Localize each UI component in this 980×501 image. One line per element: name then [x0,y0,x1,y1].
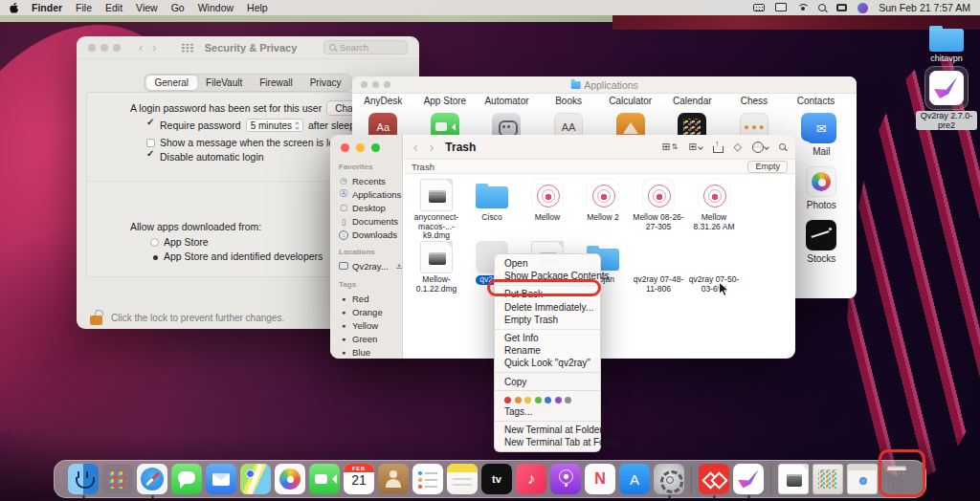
app-item[interactable]: Stocks [806,220,836,264]
tag-color-dot[interactable] [504,397,511,403]
menu-item[interactable]: Help [247,2,268,13]
sidebar-tag-item[interactable]: Orange [339,305,402,318]
file-item[interactable]: Mellow-0.1.22.dmg [409,241,464,294]
dock-item[interactable] [378,464,409,494]
menu-item[interactable]: File [76,2,92,13]
dock-item[interactable] [699,464,729,494]
tab[interactable]: FileVault [197,76,251,90]
status-icon[interactable] [858,3,868,13]
sidebar-item[interactable]: Applications [339,187,402,201]
context-menu-item[interactable]: Open [495,257,600,270]
more-actions-icon[interactable]: ··· [752,142,768,153]
tag-color-dot[interactable] [524,397,531,403]
active-app-menu[interactable]: Finder [32,2,62,13]
unlocked-padlock-icon[interactable] [90,310,103,325]
zoom-button[interactable] [371,143,380,152]
close-button[interactable] [341,143,349,152]
desktop-icon-qv2ray[interactable]: Qv2ray 2.7.0-pre2 [916,67,977,130]
dock-item[interactable] [171,464,202,494]
context-menu-item[interactable]: Get Info [495,332,600,344]
file-item[interactable]: Mellow 8.31.26 AM [686,179,742,241]
eject-icon[interactable]: ▲ [396,263,402,270]
status-icon[interactable] [777,5,787,11]
dock-item[interactable] [68,464,99,494]
dock-item[interactable] [240,464,271,494]
dock-item[interactable] [778,464,809,494]
search-field[interactable]: Search [323,40,408,54]
dock-item[interactable] [412,464,443,494]
dock-item[interactable] [481,464,512,494]
context-menu-item[interactable]: Copy [495,376,600,388]
require-password-checkbox[interactable] [146,121,155,130]
menu-item[interactable]: Edit [105,2,122,13]
dock-item[interactable] [654,464,684,494]
minimize-button[interactable] [356,143,365,152]
close-button[interactable] [88,44,96,52]
app-item[interactable]: Mail [806,113,836,157]
menu-bar-clock[interactable]: Sun Feb 21 7:57 AM [879,2,970,13]
sidebar-item[interactable]: Recents [339,174,402,187]
share-icon[interactable] [713,142,724,153]
tag-color-dot[interactable] [565,397,571,403]
context-menu-item[interactable]: Rename [495,344,600,357]
status-icon[interactable] [797,4,808,12]
app-store-radio[interactable] [150,238,159,247]
disable-auto-login-checkbox[interactable] [146,153,155,162]
dock-item[interactable] [309,464,340,494]
view-options-icon[interactable]: ⊞ [688,141,702,153]
sidebar-tag-item[interactable]: Red [339,292,402,305]
dock-item[interactable] [585,464,615,494]
menu-item[interactable]: Go [171,2,185,13]
dock-item[interactable] [447,464,478,494]
zoom-button[interactable] [113,44,121,52]
tag-color-dot[interactable] [535,397,542,403]
close-button[interactable] [361,81,368,88]
context-menu-item[interactable]: Delete Immediately... [495,301,600,314]
sidebar-item[interactable]: Downloads [339,229,402,242]
context-menu-item[interactable]: Empty Trash [495,314,600,326]
back-button[interactable]: ‹ [413,140,418,155]
tab[interactable]: Firewall [251,76,301,90]
dock-item[interactable] [206,464,236,494]
file-item[interactable]: anyconnect-macos-...-k9.dmg [409,179,464,241]
sidebar-item[interactable]: Qv2ray... ▲ [339,259,402,272]
dock-item[interactable] [847,464,878,494]
dock-item[interactable] [619,464,650,494]
sidebar-item[interactable]: Desktop [339,201,402,214]
context-menu-item[interactable] [495,421,600,422]
tab[interactable]: General [146,76,198,90]
app-store-identified-radio[interactable] [150,252,159,261]
group-by-icon[interactable]: ⊞⇅ [661,141,678,153]
status-icon[interactable] [818,4,826,11]
minimize-button[interactable] [372,81,379,88]
sidebar-item[interactable]: Documents [339,215,402,229]
sidebar-tag-item[interactable]: Green [339,333,402,346]
file-item[interactable]: Mellow [520,179,575,241]
tag-color-dot[interactable] [545,397,551,403]
context-menu-item[interactable]: New Terminal Tab at Folder [495,436,600,448]
dock-item[interactable] [344,464,374,494]
context-menu-item[interactable] [495,372,600,373]
app-item[interactable]: Photos [806,166,836,210]
menu-item[interactable]: View [136,2,158,13]
context-menu-item[interactable] [495,390,600,391]
status-icon[interactable] [753,4,765,11]
file-item[interactable]: qv2ray 07-50-03-692 [686,241,742,294]
tag-color-dot[interactable] [555,397,562,403]
context-menu-item[interactable]: Tags... [495,405,600,418]
tag-color-dot[interactable] [515,397,522,403]
context-menu-item[interactable]: New Terminal at Folder [495,424,600,436]
file-item[interactable]: Cisco [464,179,520,241]
dock-item[interactable] [550,464,581,494]
dock-item[interactable] [275,464,305,494]
context-menu-item[interactable]: Quick Look "qv2ray" [495,357,600,369]
dock-item[interactable] [770,465,771,493]
menu-item[interactable]: Window [198,2,234,13]
file-item[interactable]: Mellow 08-26-27-305 [631,179,686,241]
dock-item[interactable] [516,464,546,494]
desktop-icon-chitavpn[interactable]: chitavpn [916,21,977,63]
tags-icon[interactable]: ◇ [734,141,742,153]
forward-button[interactable]: › [430,140,434,155]
tab[interactable]: Privacy [301,76,350,90]
require-password-interval-select[interactable]: 5 minutes [246,119,303,132]
